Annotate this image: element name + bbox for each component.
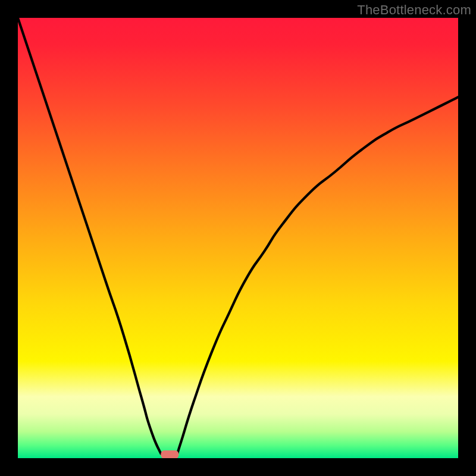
svg-rect-1 [161,450,178,458]
min-marker [18,18,458,458]
plot-area [18,18,458,458]
chart-frame: TheBottleneck.com [0,0,476,476]
watermark-text: TheBottleneck.com [357,2,471,18]
